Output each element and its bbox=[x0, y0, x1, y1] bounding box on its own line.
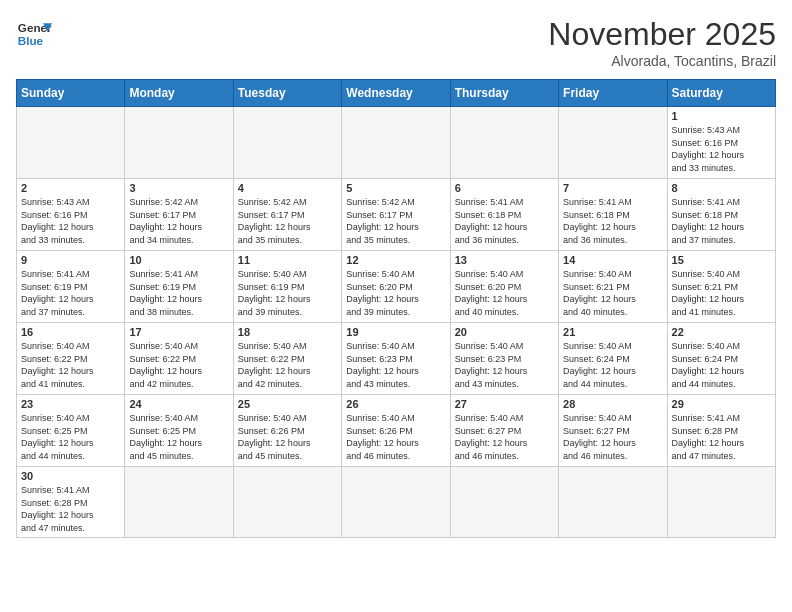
calendar-cell: 2Sunrise: 5:43 AM Sunset: 6:16 PM Daylig… bbox=[17, 179, 125, 251]
calendar-cell: 14Sunrise: 5:40 AM Sunset: 6:21 PM Dayli… bbox=[559, 251, 667, 323]
day-number: 17 bbox=[129, 326, 228, 338]
calendar-cell bbox=[125, 107, 233, 179]
day-info: Sunrise: 5:40 AM Sunset: 6:21 PM Dayligh… bbox=[672, 268, 771, 318]
day-number: 25 bbox=[238, 398, 337, 410]
day-info: Sunrise: 5:40 AM Sunset: 6:22 PM Dayligh… bbox=[21, 340, 120, 390]
calendar-cell bbox=[667, 467, 775, 538]
calendar-cell: 23Sunrise: 5:40 AM Sunset: 6:25 PM Dayli… bbox=[17, 395, 125, 467]
week-row: 23Sunrise: 5:40 AM Sunset: 6:25 PM Dayli… bbox=[17, 395, 776, 467]
day-number: 24 bbox=[129, 398, 228, 410]
day-info: Sunrise: 5:42 AM Sunset: 6:17 PM Dayligh… bbox=[129, 196, 228, 246]
calendar-cell: 28Sunrise: 5:40 AM Sunset: 6:27 PM Dayli… bbox=[559, 395, 667, 467]
calendar-cell bbox=[233, 467, 341, 538]
week-row: 9Sunrise: 5:41 AM Sunset: 6:19 PM Daylig… bbox=[17, 251, 776, 323]
weekday-header: Friday bbox=[559, 80, 667, 107]
calendar-cell: 17Sunrise: 5:40 AM Sunset: 6:22 PM Dayli… bbox=[125, 323, 233, 395]
day-number: 15 bbox=[672, 254, 771, 266]
day-info: Sunrise: 5:40 AM Sunset: 6:22 PM Dayligh… bbox=[129, 340, 228, 390]
calendar-cell bbox=[125, 467, 233, 538]
weekday-header: Tuesday bbox=[233, 80, 341, 107]
day-info: Sunrise: 5:42 AM Sunset: 6:17 PM Dayligh… bbox=[238, 196, 337, 246]
day-info: Sunrise: 5:40 AM Sunset: 6:25 PM Dayligh… bbox=[21, 412, 120, 462]
header: General Blue November 2025 Alvorada, Toc… bbox=[16, 16, 776, 69]
calendar-cell bbox=[450, 467, 558, 538]
calendar-cell: 24Sunrise: 5:40 AM Sunset: 6:25 PM Dayli… bbox=[125, 395, 233, 467]
calendar-cell bbox=[450, 107, 558, 179]
weekday-header: Wednesday bbox=[342, 80, 450, 107]
calendar-cell: 27Sunrise: 5:40 AM Sunset: 6:27 PM Dayli… bbox=[450, 395, 558, 467]
day-info: Sunrise: 5:40 AM Sunset: 6:26 PM Dayligh… bbox=[238, 412, 337, 462]
day-number: 18 bbox=[238, 326, 337, 338]
day-info: Sunrise: 5:40 AM Sunset: 6:26 PM Dayligh… bbox=[346, 412, 445, 462]
calendar-cell: 9Sunrise: 5:41 AM Sunset: 6:19 PM Daylig… bbox=[17, 251, 125, 323]
day-number: 21 bbox=[563, 326, 662, 338]
calendar-table: SundayMondayTuesdayWednesdayThursdayFrid… bbox=[16, 79, 776, 538]
day-info: Sunrise: 5:43 AM Sunset: 6:16 PM Dayligh… bbox=[672, 124, 771, 174]
day-number: 7 bbox=[563, 182, 662, 194]
calendar-cell: 11Sunrise: 5:40 AM Sunset: 6:19 PM Dayli… bbox=[233, 251, 341, 323]
day-info: Sunrise: 5:40 AM Sunset: 6:20 PM Dayligh… bbox=[455, 268, 554, 318]
day-info: Sunrise: 5:40 AM Sunset: 6:23 PM Dayligh… bbox=[455, 340, 554, 390]
calendar-cell bbox=[559, 467, 667, 538]
day-number: 3 bbox=[129, 182, 228, 194]
day-number: 2 bbox=[21, 182, 120, 194]
day-number: 5 bbox=[346, 182, 445, 194]
week-row: 1Sunrise: 5:43 AM Sunset: 6:16 PM Daylig… bbox=[17, 107, 776, 179]
day-info: Sunrise: 5:43 AM Sunset: 6:16 PM Dayligh… bbox=[21, 196, 120, 246]
day-number: 1 bbox=[672, 110, 771, 122]
day-info: Sunrise: 5:40 AM Sunset: 6:24 PM Dayligh… bbox=[672, 340, 771, 390]
day-info: Sunrise: 5:40 AM Sunset: 6:19 PM Dayligh… bbox=[238, 268, 337, 318]
calendar-cell: 18Sunrise: 5:40 AM Sunset: 6:22 PM Dayli… bbox=[233, 323, 341, 395]
calendar-cell: 21Sunrise: 5:40 AM Sunset: 6:24 PM Dayli… bbox=[559, 323, 667, 395]
calendar-cell: 22Sunrise: 5:40 AM Sunset: 6:24 PM Dayli… bbox=[667, 323, 775, 395]
day-number: 13 bbox=[455, 254, 554, 266]
day-number: 14 bbox=[563, 254, 662, 266]
day-number: 11 bbox=[238, 254, 337, 266]
calendar-cell: 5Sunrise: 5:42 AM Sunset: 6:17 PM Daylig… bbox=[342, 179, 450, 251]
day-number: 12 bbox=[346, 254, 445, 266]
day-number: 23 bbox=[21, 398, 120, 410]
day-info: Sunrise: 5:41 AM Sunset: 6:28 PM Dayligh… bbox=[21, 484, 120, 534]
calendar-cell bbox=[342, 107, 450, 179]
calendar-cell: 20Sunrise: 5:40 AM Sunset: 6:23 PM Dayli… bbox=[450, 323, 558, 395]
day-info: Sunrise: 5:42 AM Sunset: 6:17 PM Dayligh… bbox=[346, 196, 445, 246]
calendar-cell: 12Sunrise: 5:40 AM Sunset: 6:20 PM Dayli… bbox=[342, 251, 450, 323]
calendar-cell: 30Sunrise: 5:41 AM Sunset: 6:28 PM Dayli… bbox=[17, 467, 125, 538]
day-info: Sunrise: 5:40 AM Sunset: 6:23 PM Dayligh… bbox=[346, 340, 445, 390]
calendar-cell: 25Sunrise: 5:40 AM Sunset: 6:26 PM Dayli… bbox=[233, 395, 341, 467]
calendar-subtitle: Alvorada, Tocantins, Brazil bbox=[548, 53, 776, 69]
day-number: 4 bbox=[238, 182, 337, 194]
day-number: 30 bbox=[21, 470, 120, 482]
weekday-header: Sunday bbox=[17, 80, 125, 107]
calendar-cell bbox=[342, 467, 450, 538]
calendar-cell: 19Sunrise: 5:40 AM Sunset: 6:23 PM Dayli… bbox=[342, 323, 450, 395]
calendar-cell: 1Sunrise: 5:43 AM Sunset: 6:16 PM Daylig… bbox=[667, 107, 775, 179]
calendar-cell: 16Sunrise: 5:40 AM Sunset: 6:22 PM Dayli… bbox=[17, 323, 125, 395]
calendar-cell: 26Sunrise: 5:40 AM Sunset: 6:26 PM Dayli… bbox=[342, 395, 450, 467]
day-info: Sunrise: 5:40 AM Sunset: 6:27 PM Dayligh… bbox=[563, 412, 662, 462]
day-info: Sunrise: 5:40 AM Sunset: 6:22 PM Dayligh… bbox=[238, 340, 337, 390]
day-info: Sunrise: 5:40 AM Sunset: 6:24 PM Dayligh… bbox=[563, 340, 662, 390]
day-number: 10 bbox=[129, 254, 228, 266]
day-number: 16 bbox=[21, 326, 120, 338]
day-number: 6 bbox=[455, 182, 554, 194]
day-number: 28 bbox=[563, 398, 662, 410]
weekday-header-row: SundayMondayTuesdayWednesdayThursdayFrid… bbox=[17, 80, 776, 107]
day-number: 9 bbox=[21, 254, 120, 266]
day-number: 27 bbox=[455, 398, 554, 410]
weekday-header: Saturday bbox=[667, 80, 775, 107]
week-row: 30Sunrise: 5:41 AM Sunset: 6:28 PM Dayli… bbox=[17, 467, 776, 538]
calendar-title: November 2025 bbox=[548, 16, 776, 53]
calendar-cell: 10Sunrise: 5:41 AM Sunset: 6:19 PM Dayli… bbox=[125, 251, 233, 323]
day-number: 22 bbox=[672, 326, 771, 338]
calendar-cell: 29Sunrise: 5:41 AM Sunset: 6:28 PM Dayli… bbox=[667, 395, 775, 467]
day-info: Sunrise: 5:40 AM Sunset: 6:20 PM Dayligh… bbox=[346, 268, 445, 318]
logo-icon: General Blue bbox=[16, 16, 52, 52]
calendar-cell: 3Sunrise: 5:42 AM Sunset: 6:17 PM Daylig… bbox=[125, 179, 233, 251]
calendar-cell: 15Sunrise: 5:40 AM Sunset: 6:21 PM Dayli… bbox=[667, 251, 775, 323]
day-info: Sunrise: 5:40 AM Sunset: 6:25 PM Dayligh… bbox=[129, 412, 228, 462]
svg-text:Blue: Blue bbox=[18, 34, 44, 47]
calendar-cell: 7Sunrise: 5:41 AM Sunset: 6:18 PM Daylig… bbox=[559, 179, 667, 251]
day-number: 26 bbox=[346, 398, 445, 410]
week-row: 2Sunrise: 5:43 AM Sunset: 6:16 PM Daylig… bbox=[17, 179, 776, 251]
